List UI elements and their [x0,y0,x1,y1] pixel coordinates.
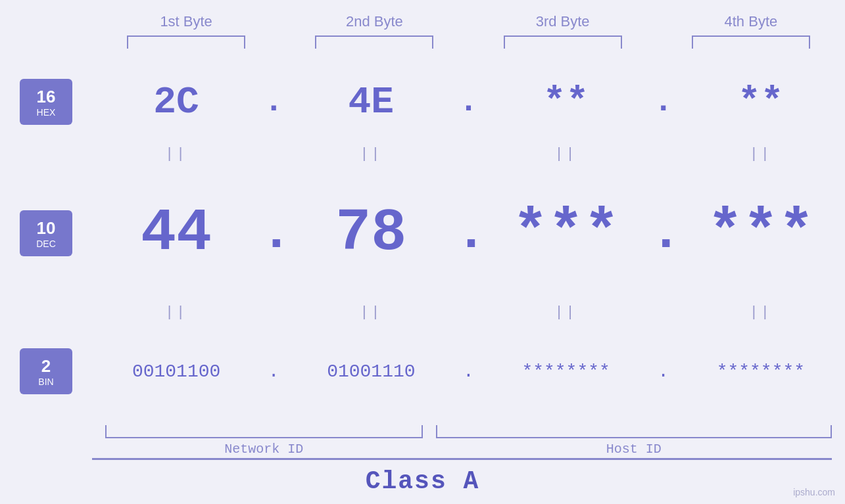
dec-byte-2: 78 [287,200,455,267]
hex-dot-2: . [456,85,482,118]
bin-label: BIN [38,377,53,387]
bin-values: 00101100 . 01001110 . ******** . *******… [92,361,845,382]
hex-num: 16 [37,87,56,107]
dec-badge: 10 DEC [20,210,72,256]
eq-1-b1: || [92,146,260,162]
dec-label: DEC [36,239,56,249]
hex-dot-1: . [260,85,287,118]
class-area: Class A [0,458,845,504]
bin-byte-4: ******** [677,361,845,382]
dec-dot-1: . [260,207,287,260]
id-labels-area: Network ID Host ID [0,419,845,458]
bracket-cell-1 [92,35,280,49]
eq-values-2: || || || || [92,304,845,321]
bracket-cell-4 [657,35,845,49]
bin-byte-3: ******** [482,361,650,382]
eq-row-1: || || || || [0,143,845,166]
bracket-4 [692,35,810,49]
hex-badge-cell: 16 HEX [0,79,92,125]
main-container: 1st Byte 2nd Byte 3rd Byte 4th Byte 16 H… [0,0,845,504]
byte-labels-row: 1st Byte 2nd Byte 3rd Byte 4th Byte [0,13,845,30]
bracket-cell-2 [280,35,468,49]
host-id-bracket [436,425,833,438]
bracket-2 [315,35,433,49]
hex-values: 2C . 4E . ** . ** [92,81,845,124]
bracket-3 [504,35,622,49]
byte-label-1: 1st Byte [92,13,280,30]
dec-byte-3: *** [482,200,650,267]
eq-1-b3: || [482,146,650,162]
bin-dot-3: . [650,361,677,382]
eq-values-1: || || || || [92,146,845,162]
dec-badge-cell: 10 DEC [0,210,92,256]
byte-label-3: 3rd Byte [469,13,657,30]
bin-badge: 2 BIN [20,348,72,394]
eq-2-b1: || [92,304,260,321]
hex-byte-3: ** [482,81,650,124]
hex-byte-2: 4E [287,81,455,124]
bin-byte-1: 00101100 [92,361,260,382]
dec-num: 10 [37,218,56,239]
dec-dot-3: . [650,207,677,260]
watermark: ipshu.com [793,487,835,497]
dec-byte-4: *** [677,200,845,267]
hex-dot-3: . [650,85,677,118]
hex-row: 16 HEX 2C . 4E . ** . ** [0,62,845,143]
dec-byte-1: 44 [92,200,260,267]
eq-row-2: || || || || [0,301,845,325]
eq-1-b2: || [287,146,455,162]
eq-2-b2: || [287,304,455,321]
eq-2-b3: || [482,304,650,321]
class-top-line [92,458,832,460]
bin-badge-cell: 2 BIN [0,348,92,394]
network-id-bracket [105,425,423,438]
hex-byte-1: 2C [92,81,260,124]
dec-row: 10 DEC 44 . 78 . *** . *** [0,166,845,301]
byte-label-2: 2nd Byte [280,13,468,30]
hex-badge: 16 HEX [20,79,72,125]
dec-dot-2: . [456,207,482,260]
class-label: Class A [366,467,480,495]
hex-label: HEX [37,107,56,118]
eq-1-b4: || [677,146,845,162]
dec-values: 44 . 78 . *** . *** [92,200,845,267]
eq-2-b4: || [677,304,845,321]
bin-dot-2: . [456,361,482,382]
top-bracket-row [0,35,845,49]
byte-label-4: 4th Byte [657,13,845,30]
bin-row: 2 BIN 00101100 . 01001110 . ******** . *… [0,325,845,419]
bin-byte-2: 01001110 [287,361,455,382]
host-id-label: Host ID [436,442,833,457]
hex-byte-4: ** [677,81,845,124]
bin-dot-1: . [260,361,287,382]
network-id-label: Network ID [105,442,423,457]
bin-num: 2 [41,356,51,377]
bracket-cell-3 [469,35,657,49]
bracket-1 [127,35,245,49]
